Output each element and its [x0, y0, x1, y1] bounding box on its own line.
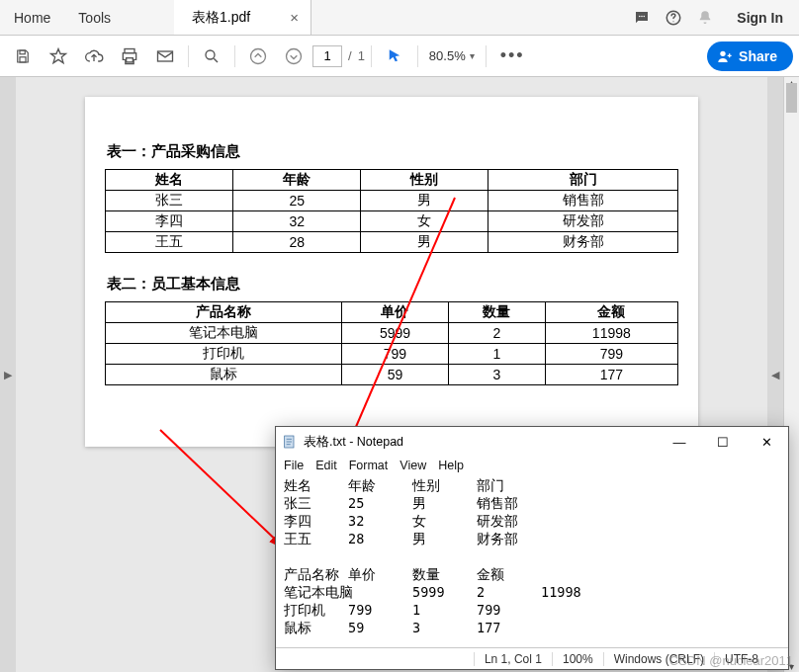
scroll-thumb[interactable]: [786, 83, 797, 113]
table-cell: 鼠标: [106, 365, 342, 385]
page-indicator: / 1: [312, 45, 365, 67]
close-button[interactable]: ✕: [745, 427, 788, 457]
table-cell: 25: [233, 191, 361, 211]
zoom-selector[interactable]: 80.5% ▾: [424, 45, 480, 66]
notepad-window: 表格.txt - Notepad — ☐ ✕ FileEditFormatVie…: [275, 426, 789, 670]
table-cell: 女: [361, 211, 488, 232]
print-icon[interactable]: [113, 40, 146, 73]
table-row: 李四32女研发部: [106, 211, 678, 232]
table-header: 姓名: [106, 170, 233, 191]
table-header: 年龄: [233, 170, 361, 191]
status-zoom: 100%: [552, 652, 603, 666]
signin-button[interactable]: Sign In: [721, 0, 799, 35]
document-tab[interactable]: 表格1.pdf ×: [174, 0, 311, 35]
pointer-icon[interactable]: [378, 40, 411, 73]
table-cell: 男: [361, 232, 488, 253]
maximize-button[interactable]: ☐: [701, 427, 745, 457]
table-cell: 男: [361, 191, 488, 211]
page-down-icon[interactable]: [277, 40, 311, 73]
more-icon[interactable]: •••: [492, 45, 533, 66]
svg-point-13: [720, 50, 725, 55]
table1-caption: 表一：产品采购信息: [107, 142, 678, 161]
table-cell: 1: [449, 344, 546, 365]
table-row: 笔记本电脑5999211998: [106, 323, 678, 344]
table-cell: 财务部: [488, 232, 678, 253]
menu-tools[interactable]: Tools: [64, 0, 125, 35]
svg-rect-9: [158, 51, 173, 61]
table-row: 鼠标593177: [106, 365, 678, 385]
mail-icon[interactable]: [148, 40, 182, 73]
table-header: 单价: [341, 302, 448, 323]
chat-icon[interactable]: [626, 0, 658, 35]
share-person-icon: [717, 48, 733, 64]
svg-point-4: [673, 21, 674, 22]
notepad-title: 表格.txt - Notepad: [304, 434, 658, 451]
table-cell: 打印机: [106, 344, 342, 365]
page-sep: /: [348, 48, 352, 63]
notepad-menu-edit[interactable]: Edit: [315, 459, 337, 472]
minimize-button[interactable]: —: [658, 427, 701, 457]
left-pane-toggle[interactable]: ▶: [0, 77, 16, 672]
chevron-down-icon: ▾: [470, 50, 475, 61]
svg-point-12: [287, 48, 302, 63]
cloud-upload-icon[interactable]: [77, 40, 111, 73]
tab-title: 表格1.pdf: [192, 9, 250, 27]
notepad-body[interactable]: 姓名 年龄 性别 部门 张三 25 男 销售部 李四 32 女 研发部 王五 2…: [276, 476, 788, 647]
search-icon[interactable]: [195, 40, 228, 73]
share-label: Share: [739, 48, 777, 64]
notepad-menu-help[interactable]: Help: [438, 459, 464, 472]
table-cell: 销售部: [488, 191, 678, 211]
table-cell: 59: [341, 365, 448, 385]
notepad-menu-view[interactable]: View: [400, 459, 426, 472]
notepad-menu: FileEditFormatViewHelp: [276, 457, 788, 476]
table-row: 张三25男销售部: [106, 191, 678, 211]
table-header: 性别: [361, 170, 488, 191]
bell-icon[interactable]: [689, 0, 721, 35]
svg-point-11: [251, 48, 266, 63]
app-menubar: Home Tools 表格1.pdf × Sign In: [0, 0, 799, 36]
table2-caption: 表二：员工基本信息: [107, 275, 678, 294]
table1: 姓名年龄性别部门 张三25男销售部李四32女研发部王五28男财务部: [105, 169, 678, 253]
table-header: 数量: [449, 302, 546, 323]
table-row: 打印机7991799: [106, 344, 678, 365]
svg-rect-6: [20, 56, 26, 61]
table2: 产品名称单价数量金额 笔记本电脑5999211998打印机7991799鼠标59…: [105, 301, 678, 385]
table-cell: 177: [545, 365, 677, 385]
share-button[interactable]: Share: [707, 42, 793, 71]
table-cell: 799: [341, 344, 448, 365]
notepad-icon: [282, 434, 298, 450]
svg-point-0: [639, 15, 641, 17]
table-header: 产品名称: [106, 302, 342, 323]
toolbar: / 1 80.5% ▾ ••• Share: [0, 36, 799, 77]
notepad-menu-file[interactable]: File: [284, 459, 304, 472]
table-cell: 28: [233, 232, 361, 253]
menu-home[interactable]: Home: [0, 0, 64, 35]
notepad-titlebar[interactable]: 表格.txt - Notepad — ☐ ✕: [276, 427, 788, 457]
table-cell: 3: [449, 365, 546, 385]
table-cell: 5999: [341, 323, 448, 344]
page-up-icon[interactable]: [241, 40, 275, 73]
close-icon[interactable]: ×: [290, 9, 299, 26]
help-icon[interactable]: [658, 0, 689, 35]
save-icon[interactable]: [6, 40, 40, 73]
star-icon[interactable]: [42, 40, 75, 73]
status-pos: Ln 1, Col 1: [474, 652, 552, 666]
table-cell: 11998: [545, 323, 677, 344]
table-cell: 32: [233, 211, 361, 232]
watermark: CSDN @nuclear2011: [669, 653, 793, 668]
table-cell: 笔记本电脑: [106, 323, 342, 344]
notepad-menu-format[interactable]: Format: [349, 459, 389, 472]
table-cell: 研发部: [488, 211, 678, 232]
table-cell: 799: [545, 344, 677, 365]
svg-rect-5: [20, 50, 25, 54]
table-cell: 王五: [106, 232, 233, 253]
table-cell: 李四: [106, 211, 233, 232]
table-row: 王五28男财务部: [106, 232, 678, 253]
zoom-value: 80.5%: [429, 48, 466, 63]
page-current-input[interactable]: [312, 45, 342, 67]
table-cell: 张三: [106, 191, 233, 211]
svg-point-1: [642, 15, 644, 17]
svg-point-2: [644, 15, 646, 17]
svg-point-10: [206, 50, 215, 59]
page-total: 1: [358, 48, 365, 63]
